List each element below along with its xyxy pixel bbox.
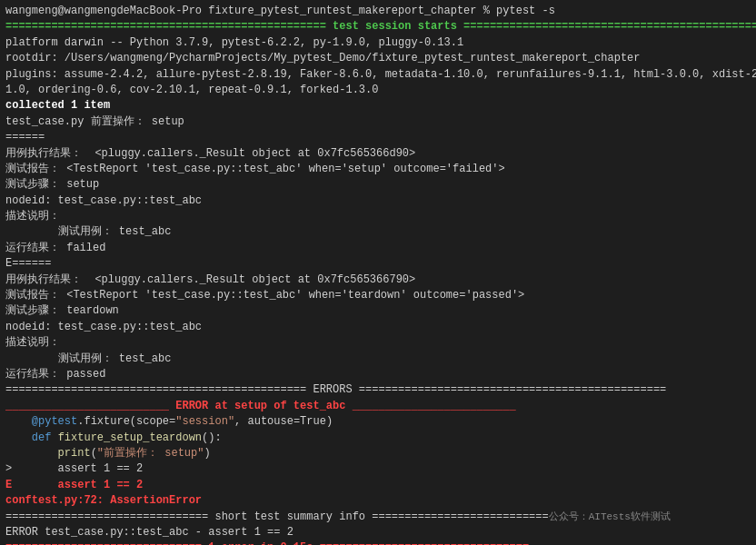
terminal-line-41: ============================== 1 error i…	[5, 540, 751, 545]
terminal-line-32: @pytest.fixture(scope="session", autouse…	[5, 414, 751, 430]
terminal-line-23: 描述说明：	[5, 335, 751, 351]
terminal-line-26: 运行结果： passed	[5, 367, 751, 382]
terminal-line-8: test_case.py 前置操作： setup	[5, 114, 751, 130]
terminal-line-21: 测试步骤： teardown	[5, 303, 751, 319]
terminal-line-15: 测试用例： test_abc	[5, 224, 751, 240]
terminal-line-11: 测试报告： <TestReport 'test_case.py::test_ab…	[5, 162, 751, 177]
terminal-line-10: 用例执行结果： <pluggy.callers._Result object a…	[5, 146, 751, 162]
terminal-line-1: ========================================…	[5, 19, 751, 35]
terminal-line-34: print("前置操作： setup")	[5, 446, 751, 461]
terminal-line-35: > assert 1 == 2	[5, 461, 751, 477]
terminal-line-40: ERROR test_case.py::test_abc - assert 1 …	[5, 525, 751, 540]
terminal-line-9: ======	[5, 130, 751, 145]
terminal-line-22: nodeid: test_case.py::test_abc	[5, 320, 751, 335]
terminal-line-24: 测试用例： test_abc	[5, 352, 751, 367]
terminal-line-19: 用例执行结果： <pluggy.callers._Result object a…	[5, 272, 751, 288]
terminal-line-6: collected 1 item	[5, 98, 751, 114]
terminal-line-18: E======	[5, 256, 751, 272]
terminal-line-12: 测试步骤： setup	[5, 177, 751, 193]
terminal-line-13: nodeid: test_case.py::test_abc	[5, 193, 751, 209]
terminal-line-29: ========================================…	[5, 382, 751, 398]
terminal-line-0: wangmeng@wangmengdeMacBook-Pro fixture_p…	[5, 4, 751, 19]
terminal-line-20: 测试报告： <TestReport 'test_case.py::test_ab…	[5, 288, 751, 303]
terminal-line-33: def fixture_setup_teardown():	[5, 431, 751, 446]
terminal-line-36: E assert 1 == 2	[5, 478, 751, 493]
terminal-line-39: =============================== short te…	[5, 510, 751, 525]
terminal-line-30: _________________________ ERROR at setup…	[5, 399, 751, 414]
terminal-line-38: conftest.py:72: AssertionError	[5, 493, 751, 509]
terminal-line-5: 1.0, ordering-0.6, cov-2.10.1, repeat-0.…	[5, 83, 751, 98]
terminal-line-14: 描述说明：	[5, 209, 751, 224]
terminal-line-4: plugins: assume-2.4.2, allure-pytest-2.8…	[5, 67, 751, 83]
terminal-line-2: platform darwin -- Python 3.7.9, pytest-…	[5, 35, 751, 51]
terminal-line-17: 运行结果： failed	[5, 241, 751, 256]
terminal-line-3: rootdir: /Users/wangmeng/PycharmProjects…	[5, 51, 751, 66]
terminal-window: wangmeng@wangmengdeMacBook-Pro fixture_p…	[0, 0, 756, 545]
